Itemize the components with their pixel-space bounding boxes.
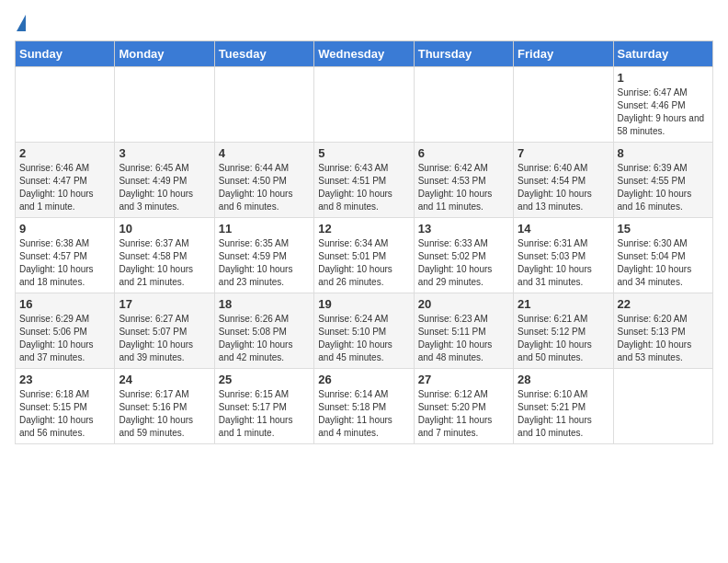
calendar-day-cell: 14Sunrise: 6:31 AM Sunset: 5:03 PM Dayli… bbox=[514, 218, 613, 293]
day-number: 20 bbox=[418, 297, 509, 311]
calendar-day-cell: 17Sunrise: 6:27 AM Sunset: 5:07 PM Dayli… bbox=[115, 293, 214, 369]
day-number: 7 bbox=[518, 146, 609, 160]
day-number: 18 bbox=[219, 297, 310, 311]
day-info: Sunrise: 6:37 AM Sunset: 4:58 PM Dayligh… bbox=[119, 237, 210, 289]
day-number: 8 bbox=[618, 146, 709, 160]
calendar-table: SundayMondayTuesdayWednesdayThursdayFrid… bbox=[15, 40, 713, 444]
day-number: 2 bbox=[19, 146, 110, 160]
calendar-day-cell: 2Sunrise: 6:46 AM Sunset: 4:47 PM Daylig… bbox=[16, 143, 115, 218]
calendar-day-cell bbox=[214, 67, 313, 143]
calendar-day-cell: 18Sunrise: 6:26 AM Sunset: 5:08 PM Dayli… bbox=[214, 293, 313, 369]
day-number: 14 bbox=[518, 222, 609, 236]
day-info: Sunrise: 6:39 AM Sunset: 4:55 PM Dayligh… bbox=[618, 162, 709, 213]
calendar-day-cell: 19Sunrise: 6:24 AM Sunset: 5:10 PM Dayli… bbox=[314, 293, 414, 369]
calendar-day-cell bbox=[514, 67, 613, 143]
day-number: 1 bbox=[618, 71, 709, 85]
calendar-day-header: Saturday bbox=[613, 41, 712, 67]
calendar-day-cell bbox=[16, 67, 115, 143]
day-info: Sunrise: 6:23 AM Sunset: 5:11 PM Dayligh… bbox=[418, 313, 509, 364]
logo-triangle-icon bbox=[17, 15, 26, 31]
calendar-day-cell: 1Sunrise: 6:47 AM Sunset: 4:46 PM Daylig… bbox=[613, 67, 712, 143]
calendar-day-cell bbox=[314, 67, 414, 143]
calendar-day-cell: 21Sunrise: 6:21 AM Sunset: 5:12 PM Dayli… bbox=[514, 293, 613, 369]
calendar-day-cell: 20Sunrise: 6:23 AM Sunset: 5:11 PM Dayli… bbox=[414, 293, 513, 369]
day-info: Sunrise: 6:43 AM Sunset: 4:51 PM Dayligh… bbox=[318, 162, 409, 213]
day-number: 21 bbox=[518, 297, 609, 311]
day-number: 5 bbox=[318, 146, 409, 160]
calendar-day-cell: 7Sunrise: 6:40 AM Sunset: 4:54 PM Daylig… bbox=[514, 143, 613, 218]
day-info: Sunrise: 6:20 AM Sunset: 5:13 PM Dayligh… bbox=[618, 313, 709, 364]
day-number: 10 bbox=[119, 222, 210, 236]
calendar-week-row: 2Sunrise: 6:46 AM Sunset: 4:47 PM Daylig… bbox=[16, 143, 713, 218]
day-info: Sunrise: 6:10 AM Sunset: 5:21 PM Dayligh… bbox=[518, 388, 609, 440]
day-info: Sunrise: 6:14 AM Sunset: 5:18 PM Dayligh… bbox=[318, 388, 409, 440]
day-number: 13 bbox=[418, 222, 509, 236]
calendar-day-cell: 3Sunrise: 6:45 AM Sunset: 4:49 PM Daylig… bbox=[115, 143, 214, 218]
calendar-week-row: 23Sunrise: 6:18 AM Sunset: 5:15 PM Dayli… bbox=[16, 369, 713, 444]
day-number: 15 bbox=[618, 222, 709, 236]
day-number: 25 bbox=[219, 373, 310, 386]
day-info: Sunrise: 6:33 AM Sunset: 5:02 PM Dayligh… bbox=[418, 237, 509, 289]
calendar-day-cell: 22Sunrise: 6:20 AM Sunset: 5:13 PM Dayli… bbox=[613, 293, 712, 369]
calendar-day-cell: 5Sunrise: 6:43 AM Sunset: 4:51 PM Daylig… bbox=[314, 143, 414, 218]
calendar-header-row: SundayMondayTuesdayWednesdayThursdayFrid… bbox=[16, 41, 713, 67]
calendar-week-row: 16Sunrise: 6:29 AM Sunset: 5:06 PM Dayli… bbox=[16, 293, 713, 369]
calendar-day-cell: 16Sunrise: 6:29 AM Sunset: 5:06 PM Dayli… bbox=[16, 293, 115, 369]
calendar-day-cell: 23Sunrise: 6:18 AM Sunset: 5:15 PM Dayli… bbox=[16, 369, 115, 444]
day-info: Sunrise: 6:21 AM Sunset: 5:12 PM Dayligh… bbox=[518, 313, 609, 364]
calendar-day-header: Friday bbox=[514, 41, 613, 67]
day-info: Sunrise: 6:38 AM Sunset: 4:57 PM Dayligh… bbox=[19, 237, 110, 289]
day-number: 4 bbox=[219, 146, 310, 160]
calendar-day-cell: 4Sunrise: 6:44 AM Sunset: 4:50 PM Daylig… bbox=[214, 143, 313, 218]
day-info: Sunrise: 6:29 AM Sunset: 5:06 PM Dayligh… bbox=[19, 313, 110, 364]
day-info: Sunrise: 6:12 AM Sunset: 5:20 PM Dayligh… bbox=[418, 388, 509, 440]
day-info: Sunrise: 6:34 AM Sunset: 5:01 PM Dayligh… bbox=[318, 237, 409, 289]
calendar-day-cell bbox=[115, 67, 214, 143]
logo bbox=[15, 15, 26, 33]
day-number: 28 bbox=[518, 373, 609, 386]
calendar-day-cell bbox=[613, 369, 712, 444]
day-number: 23 bbox=[19, 373, 110, 386]
day-info: Sunrise: 6:46 AM Sunset: 4:47 PM Dayligh… bbox=[19, 162, 110, 213]
day-info: Sunrise: 6:26 AM Sunset: 5:08 PM Dayligh… bbox=[219, 313, 310, 364]
calendar-week-row: 1Sunrise: 6:47 AM Sunset: 4:46 PM Daylig… bbox=[16, 67, 713, 143]
day-info: Sunrise: 6:31 AM Sunset: 5:03 PM Dayligh… bbox=[518, 237, 609, 289]
day-number: 6 bbox=[418, 146, 509, 160]
day-info: Sunrise: 6:44 AM Sunset: 4:50 PM Dayligh… bbox=[219, 162, 310, 213]
calendar-day-cell: 9Sunrise: 6:38 AM Sunset: 4:57 PM Daylig… bbox=[16, 218, 115, 293]
day-info: Sunrise: 6:47 AM Sunset: 4:46 PM Dayligh… bbox=[618, 86, 709, 138]
page-header bbox=[15, 15, 713, 33]
day-info: Sunrise: 6:15 AM Sunset: 5:17 PM Dayligh… bbox=[219, 388, 310, 440]
calendar-day-cell: 27Sunrise: 6:12 AM Sunset: 5:20 PM Dayli… bbox=[414, 369, 513, 444]
day-number: 9 bbox=[19, 222, 110, 236]
calendar-day-header: Monday bbox=[115, 41, 214, 67]
day-info: Sunrise: 6:30 AM Sunset: 5:04 PM Dayligh… bbox=[618, 237, 709, 289]
calendar-day-header: Tuesday bbox=[214, 41, 313, 67]
day-info: Sunrise: 6:35 AM Sunset: 4:59 PM Dayligh… bbox=[219, 237, 310, 289]
calendar-day-cell: 28Sunrise: 6:10 AM Sunset: 5:21 PM Dayli… bbox=[514, 369, 613, 444]
day-info: Sunrise: 6:45 AM Sunset: 4:49 PM Dayligh… bbox=[119, 162, 210, 213]
day-info: Sunrise: 6:18 AM Sunset: 5:15 PM Dayligh… bbox=[19, 388, 110, 440]
day-info: Sunrise: 6:42 AM Sunset: 4:53 PM Dayligh… bbox=[418, 162, 509, 213]
calendar-day-cell: 13Sunrise: 6:33 AM Sunset: 5:02 PM Dayli… bbox=[414, 218, 513, 293]
calendar-day-cell: 15Sunrise: 6:30 AM Sunset: 5:04 PM Dayli… bbox=[613, 218, 712, 293]
day-info: Sunrise: 6:24 AM Sunset: 5:10 PM Dayligh… bbox=[318, 313, 409, 364]
day-number: 26 bbox=[318, 373, 409, 386]
day-number: 22 bbox=[618, 297, 709, 311]
calendar-day-cell: 8Sunrise: 6:39 AM Sunset: 4:55 PM Daylig… bbox=[613, 143, 712, 218]
calendar-day-header: Wednesday bbox=[314, 41, 414, 67]
calendar-day-cell bbox=[414, 67, 513, 143]
day-number: 24 bbox=[119, 373, 210, 386]
calendar-day-cell: 12Sunrise: 6:34 AM Sunset: 5:01 PM Dayli… bbox=[314, 218, 414, 293]
day-number: 27 bbox=[418, 373, 509, 386]
day-info: Sunrise: 6:40 AM Sunset: 4:54 PM Dayligh… bbox=[518, 162, 609, 213]
day-info: Sunrise: 6:27 AM Sunset: 5:07 PM Dayligh… bbox=[119, 313, 210, 364]
day-number: 11 bbox=[219, 222, 310, 236]
calendar-day-header: Sunday bbox=[16, 41, 115, 67]
day-number: 12 bbox=[318, 222, 409, 236]
calendar-day-cell: 24Sunrise: 6:17 AM Sunset: 5:16 PM Dayli… bbox=[115, 369, 214, 444]
calendar-day-cell: 26Sunrise: 6:14 AM Sunset: 5:18 PM Dayli… bbox=[314, 369, 414, 444]
calendar-week-row: 9Sunrise: 6:38 AM Sunset: 4:57 PM Daylig… bbox=[16, 218, 713, 293]
day-info: Sunrise: 6:17 AM Sunset: 5:16 PM Dayligh… bbox=[119, 388, 210, 440]
calendar-day-cell: 10Sunrise: 6:37 AM Sunset: 4:58 PM Dayli… bbox=[115, 218, 214, 293]
